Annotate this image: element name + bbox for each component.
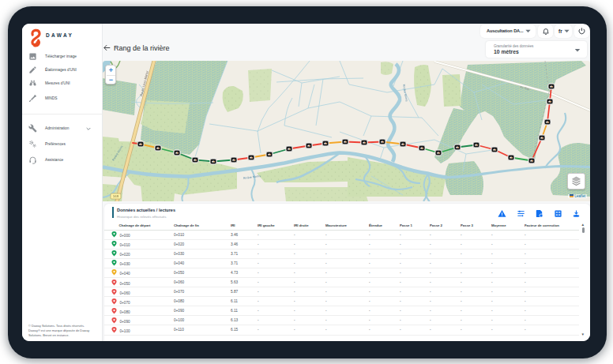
svg-text:169: 169 (113, 194, 119, 198)
